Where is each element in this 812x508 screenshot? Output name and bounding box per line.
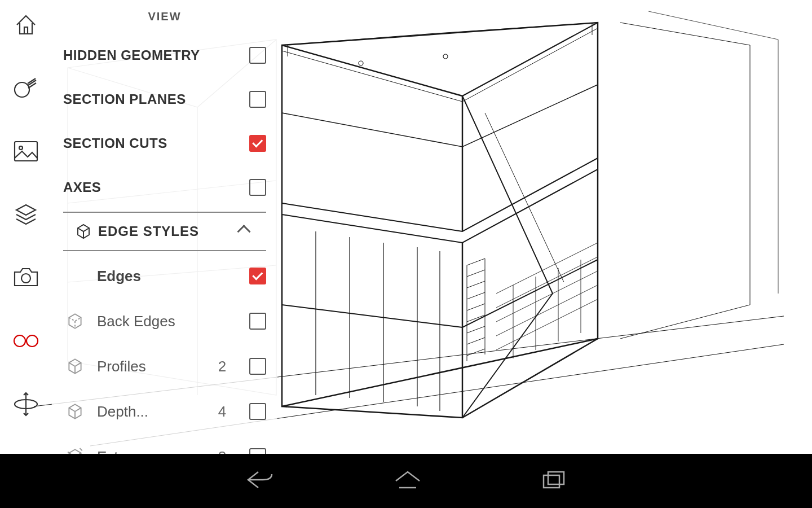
chevron-up-icon <box>239 224 255 239</box>
view-panel: VIEW HIDDEN GEOMETRY SECTION PLANES SECT… <box>52 0 277 454</box>
svg-point-5 <box>21 274 30 283</box>
svg-point-2 <box>15 82 29 97</box>
home-button[interactable] <box>10 9 42 41</box>
option-label: Depth... <box>97 403 212 421</box>
view-styles-button[interactable] <box>10 325 42 357</box>
svg-point-4 <box>19 146 23 150</box>
svg-rect-9 <box>544 475 559 488</box>
svg-rect-3 <box>15 142 37 161</box>
edge-option-back-edges[interactable]: Back Edges <box>52 299 277 344</box>
camera-button[interactable] <box>10 262 42 294</box>
option-label: AXES <box>63 179 249 195</box>
cube-ext-icon <box>65 447 97 454</box>
checkbox[interactable] <box>249 403 266 420</box>
checkbox[interactable] <box>249 268 266 284</box>
option-value: 4 <box>212 403 232 421</box>
option-hidden-geometry[interactable]: HIDDEN GEOMETRY <box>52 33 277 77</box>
option-label: Back Edges <box>97 313 212 330</box>
section-label: EDGE STYLES <box>98 224 239 239</box>
cube-wire-icon <box>74 222 98 240</box>
panel-title: VIEW <box>52 10 277 23</box>
option-section-planes[interactable]: SECTION PLANES <box>52 77 277 121</box>
option-label: HIDDEN GEOMETRY <box>63 47 249 63</box>
option-label: Edges <box>97 268 212 285</box>
option-label: SECTION PLANES <box>63 91 249 107</box>
recent-apps-button[interactable] <box>540 468 567 493</box>
home-button[interactable] <box>394 468 422 493</box>
orbit-button[interactable] <box>10 388 42 420</box>
option-label: Extens... <box>97 448 212 454</box>
edge-option-edges[interactable]: Edges <box>52 253 277 299</box>
image-button[interactable] <box>10 135 42 167</box>
option-value: 2 <box>212 358 232 375</box>
cube-icon <box>65 357 97 376</box>
option-value: 8 <box>212 448 232 454</box>
measure-button[interactable] <box>10 72 42 104</box>
checkbox[interactable] <box>249 358 266 375</box>
section-edge-styles[interactable]: EDGE STYLES <box>63 212 266 251</box>
option-label: Profiles <box>97 358 212 375</box>
back-button[interactable] <box>245 468 275 493</box>
edge-option-depth[interactable]: Depth... 4 <box>52 389 277 434</box>
checkbox[interactable] <box>249 179 266 196</box>
checkbox[interactable] <box>249 135 266 152</box>
cube-dashed-icon <box>65 312 97 331</box>
edge-option-extensions[interactable]: Extens... 8 <box>52 434 277 454</box>
checkbox[interactable] <box>249 448 266 454</box>
option-axes[interactable]: AXES <box>52 165 277 209</box>
svg-point-7 <box>27 335 38 347</box>
cube-icon <box>65 402 97 421</box>
checkbox[interactable] <box>249 313 266 330</box>
svg-point-6 <box>14 335 25 347</box>
option-section-cuts[interactable]: SECTION CUTS <box>52 121 277 165</box>
svg-point-1 <box>443 54 448 59</box>
svg-point-0 <box>359 61 363 65</box>
option-label: SECTION CUTS <box>63 135 249 151</box>
checkbox[interactable] <box>249 91 266 108</box>
layers-button[interactable] <box>10 199 42 230</box>
edge-option-profiles[interactable]: Profiles 2 <box>52 344 277 389</box>
left-toolbar <box>0 0 52 463</box>
checkbox[interactable] <box>249 47 266 64</box>
svg-rect-10 <box>548 472 564 484</box>
android-nav-bar <box>0 454 812 508</box>
